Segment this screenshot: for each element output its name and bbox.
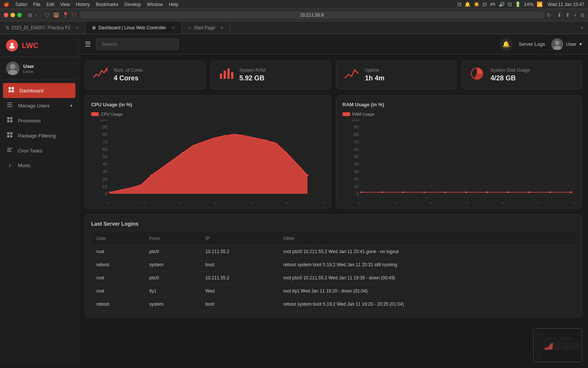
disk-value: 4/28 GB [490, 74, 530, 82]
svg-text:40: 40 [353, 162, 359, 166]
svg-text:10: 10 [353, 184, 359, 189]
col-header-ip: IP [200, 232, 278, 245]
svg-rect-94 [543, 337, 552, 341]
sidebar-item-music[interactable]: ♪ Music [0, 158, 78, 172]
nav-items: Dashboard Manage Users ▾ [0, 80, 78, 364]
col-header-other: Other [278, 232, 576, 245]
stat-card-uptime: Uptime 1h 4m [336, 60, 457, 89]
back-icon[interactable]: ‹ [35, 12, 37, 18]
svg-text:30: 30 [102, 169, 108, 174]
cpu-chart-card: CPU Usage (in %) CPU Usage [85, 95, 331, 208]
sidebar-item-manage-users[interactable]: Manage Users ▾ [0, 98, 78, 113]
tab-2-close[interactable]: ✕ [171, 25, 175, 30]
user-menu[interactable]: User ▾ [551, 38, 582, 50]
tabs-icon[interactable]: ⧉ [580, 12, 584, 18]
cpu-chart-title: CPU Usage (in %) [91, 102, 325, 107]
svg-text:20: 20 [102, 176, 108, 181]
svg-rect-15 [7, 132, 9, 134]
menu-history[interactable]: History [76, 2, 90, 7]
logins-table-card: Last Server Logins User From IP Other ro… [85, 214, 582, 317]
stat-card-ram: System RAM 5.92 GB [211, 60, 331, 89]
svg-point-83 [423, 192, 425, 193]
svg-rect-17 [7, 135, 9, 137]
tab-2[interactable]: 🖥 Dashboard | Linux Web Controller ✕ [86, 21, 181, 34]
new-tab-icon[interactable]: + [574, 12, 577, 18]
hamburger-icon[interactable]: ☰ [85, 40, 91, 48]
svg-rect-8 [7, 103, 12, 103]
svg-point-0 [11, 43, 14, 46]
reload-icon[interactable]: ↻ [547, 12, 551, 18]
svg-point-81 [381, 192, 383, 193]
svg-text:90: 90 [353, 125, 359, 129]
row-0-from: pts/0 [144, 245, 200, 258]
svg-rect-13 [7, 120, 9, 122]
logo-text: LWC [22, 41, 38, 50]
row-2-ip: 10.211.55.2 [200, 271, 278, 285]
stats-row: Num. of Cores 4 Cores System [85, 60, 582, 89]
menu-bookmarks[interactable]: Bookmarks [96, 2, 119, 7]
svg-text:80: 80 [353, 132, 359, 137]
table-body: root pts/0 10.211.55.2 root pts/0 10.211… [91, 245, 576, 311]
svg-text:20: 20 [353, 176, 359, 181]
cores-value: 4 Cores [114, 74, 143, 82]
search-input[interactable] [96, 38, 179, 50]
menu-safari[interactable]: Safari [15, 2, 27, 7]
apple-icon[interactable]: 🍎 [4, 2, 9, 7]
share-icon[interactable]: ⬆ [565, 12, 570, 18]
menu-window[interactable]: Window [147, 2, 163, 7]
sidebar-item-label-cron-tasks: Cron Tasks [18, 148, 42, 154]
top-bar: ☰ 🔔 Server Logs User ▾ [79, 34, 588, 54]
col-header-from: From [144, 232, 200, 245]
tab-1-close[interactable]: ✕ [75, 25, 79, 30]
notification-button[interactable]: 🔔 [500, 38, 513, 51]
logo-icon [6, 39, 18, 51]
traffic-lights[interactable] [4, 13, 22, 17]
menu-develop[interactable]: Develop [125, 2, 141, 7]
manage-users-icon [6, 102, 14, 109]
forward-icon[interactable]: › [40, 12, 42, 18]
url-bar[interactable]: 10.211.55.8 [80, 11, 543, 19]
svg-rect-24 [220, 74, 222, 79]
sidebar-item-processes[interactable]: Processes [0, 113, 78, 128]
svg-rect-20 [7, 149, 11, 150]
mac-menubar: 🍎 Safari File Edit View History Bookmark… [0, 0, 588, 9]
menu-file[interactable]: File [33, 2, 40, 7]
svg-point-86 [486, 192, 488, 193]
server-logs-button[interactable]: Server Logs [519, 41, 545, 47]
svg-rect-18 [10, 135, 12, 137]
maximize-button[interactable] [17, 13, 22, 17]
cores-label: Num. of Cores [114, 68, 143, 73]
close-button[interactable] [4, 13, 8, 17]
sidebar-item-dashboard[interactable]: Dashboard [3, 83, 75, 98]
table-row: reboot system boot reboot system boot 5.… [91, 298, 576, 311]
menu-edit[interactable]: Edit [47, 2, 54, 7]
svg-rect-96 [563, 337, 572, 341]
download-icon[interactable]: ⬇ [557, 12, 562, 18]
menu-help[interactable]: Help [169, 2, 178, 7]
svg-rect-93 [542, 332, 580, 336]
minimize-button[interactable] [11, 13, 15, 17]
uptime-label: Uptime [365, 68, 385, 73]
table-row: root pts/0 10.211.55.2 root pts/0 10.211… [91, 271, 576, 285]
svg-text:70: 70 [353, 139, 359, 144]
browser-controls[interactable]: ⊞ ‹ › [28, 12, 42, 18]
app-layout: LWC User Linux [0, 34, 588, 364]
tab-3-close[interactable]: ✕ [220, 25, 224, 30]
logins-table: User From IP Other root pts/0 10.211.55.… [91, 232, 576, 311]
svg-point-57 [307, 174, 308, 176]
svg-text:40: 40 [102, 162, 108, 166]
sidebar-toggle-icon[interactable]: ⊞ [28, 12, 32, 18]
new-tab-button[interactable]: + [576, 21, 588, 34]
svg-text:0: 0 [105, 192, 108, 196]
sidebar-item-package-filtering[interactable]: Package Filtering [0, 128, 78, 143]
tab-3[interactable]: ☆ Start Page ✕ [182, 21, 231, 34]
tab-1[interactable]: S 2223_DI_EM007: Pràctica F2 ✕ [0, 21, 86, 34]
menu-view[interactable]: View [60, 2, 70, 7]
row-1-other: reboot system boot 5.19.2 Wed Jan 11 20:… [278, 258, 576, 271]
svg-rect-14 [10, 120, 12, 122]
row-1-ip: boot [200, 258, 278, 271]
sidebar-item-cron-tasks[interactable]: Cron Tasks [0, 143, 78, 158]
svg-point-1 [9, 46, 15, 49]
svg-point-90 [570, 192, 572, 193]
ram-legend-label: RAM Usage [352, 112, 374, 116]
